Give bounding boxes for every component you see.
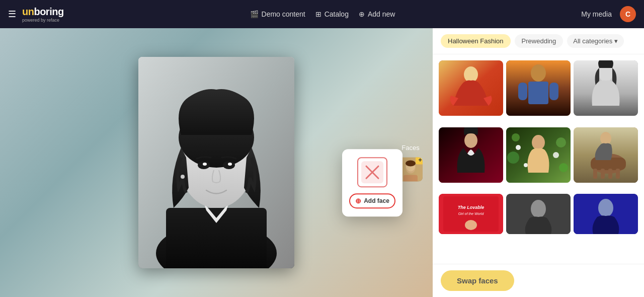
category-prewedding[interactable]: Prewedding <box>515 34 564 48</box>
my-media-link[interactable]: My media <box>581 10 612 18</box>
nav-add-new[interactable]: ⊕ Add new <box>359 10 395 18</box>
add-face-button[interactable]: ⊕ Add face <box>349 193 395 208</box>
grid-image-5 <box>506 127 571 183</box>
svg-text:The Lovable: The Lovable <box>458 205 485 210</box>
svg-point-38 <box>532 135 545 150</box>
svg-point-29 <box>464 133 477 148</box>
logo-highlight: un <box>22 6 34 17</box>
grid-item-2[interactable] <box>506 60 571 124</box>
svg-point-31 <box>512 133 520 141</box>
grid-item-8[interactable] <box>506 194 571 258</box>
grid-item-5[interactable] <box>506 127 571 191</box>
nav-add-new-label: Add new <box>368 10 395 18</box>
svg-point-16 <box>406 161 416 167</box>
grid-image-3 <box>574 60 638 116</box>
avatar[interactable]: C <box>620 6 636 22</box>
left-panel: Faces + <box>0 28 433 297</box>
face-add-badge: + <box>416 158 423 165</box>
all-categories-label: All categories <box>573 37 612 45</box>
svg-rect-44 <box>601 169 605 179</box>
grid-img-svg-5 <box>506 127 571 183</box>
svg-point-35 <box>516 145 521 150</box>
svg-point-36 <box>553 152 559 158</box>
logo-text: unboring <box>22 6 64 18</box>
add-face-label: Add face <box>364 197 389 204</box>
grid-image-9 <box>574 194 638 234</box>
nav-catalog-label: Catalog <box>325 10 349 18</box>
svg-point-40 <box>600 132 611 145</box>
svg-point-32 <box>556 137 566 147</box>
swap-faces-label: Swap faces <box>457 276 498 285</box>
chevron-down-icon: ▾ <box>614 37 618 45</box>
grid-image-2 <box>506 60 571 116</box>
popup-card: ⊕ Add face <box>342 149 403 216</box>
header-right: My media C <box>581 6 636 22</box>
header-nav: 🎬 Demo content ⊞ Catalog ⊕ Add new <box>250 10 395 18</box>
photo-placeholder <box>138 57 294 268</box>
logo: unboring powered by reface <box>22 6 64 23</box>
add-face-icon: ⊕ <box>355 197 361 205</box>
nav-demo-content[interactable]: 🎬 Demo content <box>250 10 305 18</box>
grid-item-7[interactable]: The Lovable Girl of the World <box>439 194 503 258</box>
popup-placeholder-inner <box>361 161 383 183</box>
hamburger-icon[interactable]: ☰ <box>8 9 16 20</box>
grid-img-svg-9 <box>574 194 638 234</box>
nav-demo-content-label: Demo content <box>262 10 305 18</box>
grid-img-svg-1 <box>439 60 503 116</box>
svg-rect-43 <box>593 169 597 179</box>
placeholder-icon <box>363 163 381 181</box>
svg-point-22 <box>531 64 546 82</box>
popup-placeholder <box>357 157 387 187</box>
svg-point-20 <box>464 66 478 83</box>
grid-item-1[interactable] <box>439 60 503 124</box>
svg-point-10 <box>228 163 232 166</box>
grid-img-svg-7: The Lovable Girl of the World <box>439 194 503 234</box>
category-bar: Halloween Fashion Prewedding All categor… <box>433 28 644 54</box>
category-all[interactable]: All categories ▾ <box>567 34 624 48</box>
grid-image-4 <box>439 127 503 183</box>
svg-point-34 <box>559 163 568 172</box>
svg-rect-2 <box>166 208 267 268</box>
svg-point-33 <box>507 152 519 164</box>
svg-rect-23 <box>528 82 548 104</box>
grid-item-4[interactable] <box>439 127 503 191</box>
right-panel: Halloween Fashion Prewedding All categor… <box>433 28 644 297</box>
photo-container <box>138 57 294 268</box>
svg-rect-46 <box>616 169 620 179</box>
grid-img-svg-8 <box>506 194 571 234</box>
grid-item-6[interactable] <box>574 127 638 191</box>
grid-img-svg-6 <box>574 127 638 183</box>
svg-point-11 <box>181 175 185 179</box>
svg-rect-45 <box>608 169 612 179</box>
svg-rect-15 <box>404 175 418 182</box>
grid-img-svg-3 <box>574 60 638 116</box>
grid-img-svg-2 <box>506 60 571 116</box>
svg-text:Girl of the World: Girl of the World <box>458 212 485 215</box>
svg-point-55 <box>598 199 613 217</box>
grid-image-7: The Lovable Girl of the World <box>439 194 503 234</box>
portrait-svg <box>138 57 294 268</box>
add-new-icon: ⊕ <box>359 10 365 18</box>
swap-faces-button[interactable]: Swap faces <box>441 270 514 291</box>
svg-point-53 <box>531 200 546 218</box>
grid-image-8 <box>506 194 571 234</box>
nav-catalog[interactable]: ⊞ Catalog <box>315 10 349 18</box>
swap-button-container: Swap faces <box>433 264 644 297</box>
svg-rect-24 <box>518 83 527 100</box>
grid-img-svg-4 <box>439 127 503 183</box>
category-halloween[interactable]: Halloween Fashion <box>441 34 511 48</box>
grid-item-3[interactable] <box>574 60 638 124</box>
image-grid: The Lovable Girl of the World <box>433 54 644 264</box>
svg-point-27 <box>599 67 612 82</box>
header: ☰ unboring powered by reface 🎬 Demo cont… <box>0 0 644 28</box>
grid-image-6 <box>574 127 638 183</box>
grid-item-9[interactable] <box>574 194 638 258</box>
header-left: ☰ unboring powered by reface <box>8 6 64 23</box>
logo-sub: powered by reface <box>22 18 64 23</box>
svg-point-51 <box>465 220 477 230</box>
svg-rect-25 <box>549 83 558 100</box>
faces-label: Faces <box>401 144 419 152</box>
demo-content-icon: 🎬 <box>250 10 259 18</box>
main-content: Faces + <box>0 28 644 297</box>
catalog-icon: ⊞ <box>315 10 321 18</box>
